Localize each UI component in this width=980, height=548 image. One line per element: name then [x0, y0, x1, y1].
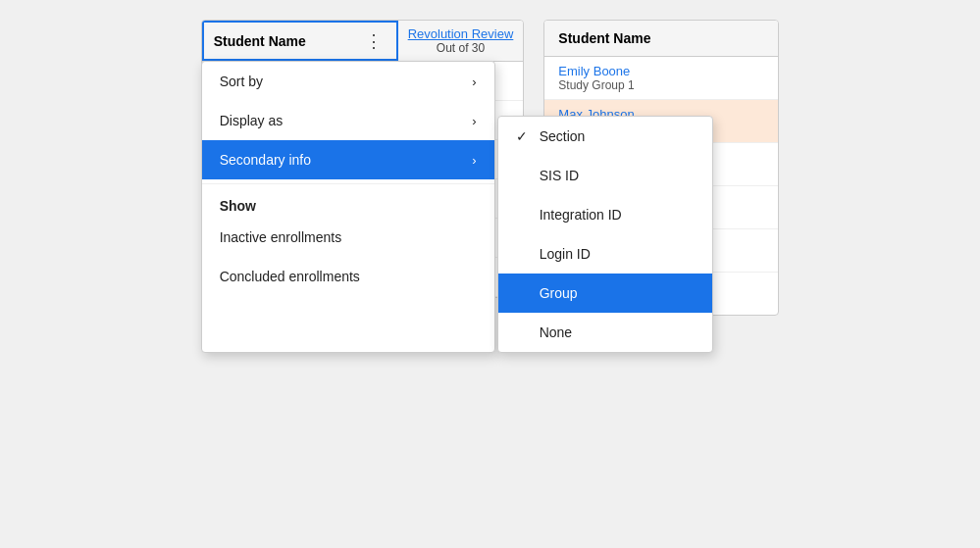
sort-by-label: Sort by [220, 74, 263, 89]
inactive-enrollments-item[interactable]: Inactive enrollments [202, 218, 494, 257]
sub-menu-item-integration-id[interactable]: Integration ID [498, 195, 712, 234]
menu-divider [202, 183, 494, 184]
student-name-label: Student Name [214, 33, 306, 49]
secondary-info-submenu: ✓ Section SIS ID Integration ID Login ID [497, 116, 713, 353]
sort-by-menu-item[interactable]: Sort by › [202, 62, 494, 101]
sub-menu-item-none[interactable]: None [498, 313, 712, 352]
assignment-title[interactable]: Revolution Review [408, 26, 514, 41]
inactive-enrollments-label: Inactive enrollments [220, 229, 342, 245]
sub-menu-item-section[interactable]: ✓ Section [498, 117, 712, 156]
sub-menu-label-integration-id: Integration ID [540, 207, 622, 223]
concluded-enrollments-item[interactable]: Concluded enrollments [202, 257, 494, 296]
assignment-header: Revolution Review Out of 30 [398, 21, 524, 61]
main-container: Student Name ⋮ Revolution Review Out of … [0, 0, 980, 548]
display-as-label: Display as [220, 113, 284, 128]
secondary-info-label: Secondary info [220, 152, 311, 168]
show-section-label: Show [202, 188, 494, 218]
chevron-right-icon: › [472, 153, 476, 168]
chevron-right-icon: › [472, 114, 476, 128]
sub-menu-label-none: None [540, 324, 572, 340]
right-table-header: Student Name [544, 21, 778, 57]
sub-menu-item-sis-id[interactable]: SIS ID [498, 156, 712, 195]
assignment-outof: Out of 30 [437, 41, 485, 55]
sub-menu-label-login-id: Login ID [540, 246, 591, 262]
sub-menu-label-section: Section [540, 128, 586, 144]
concluded-enrollments-label: Concluded enrollments [220, 269, 360, 284]
sub-menu-item-group[interactable]: Group [498, 274, 712, 313]
dropdown-overlay: Sort by › Display as › Secondary info › … [201, 61, 713, 353]
column-options-button[interactable]: ⋮ [361, 32, 387, 50]
chevron-right-icon: › [472, 75, 476, 89]
context-menu: Sort by › Display as › Secondary info › … [201, 61, 495, 353]
table-header-row: Student Name ⋮ Revolution Review Out of … [202, 21, 524, 62]
check-icon: ✓ [516, 128, 540, 144]
display-as-menu-item[interactable]: Display as › [202, 101, 494, 140]
sub-menu-item-login-id[interactable]: Login ID [498, 234, 712, 274]
left-section: Student Name ⋮ Revolution Review Out of … [201, 20, 525, 298]
secondary-info-menu-item[interactable]: Secondary info › [202, 140, 494, 179]
sub-menu-label-group: Group [540, 285, 578, 301]
student-name-header-cell: Student Name ⋮ [202, 21, 398, 61]
sub-menu-label-sis-id: SIS ID [540, 168, 579, 183]
